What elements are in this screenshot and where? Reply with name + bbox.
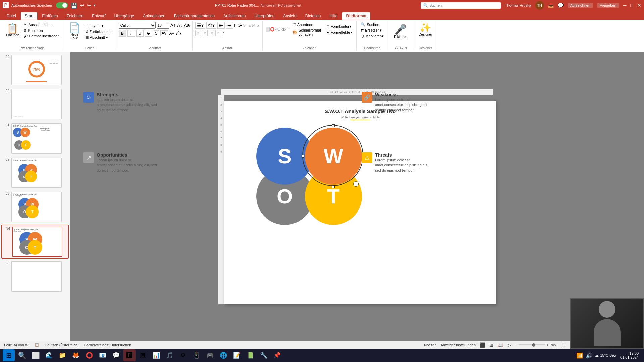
font-size-input[interactable] xyxy=(157,22,169,29)
taskbar-app5[interactable]: 📱 xyxy=(191,349,203,361)
diktieren-button[interactable]: 🎤 Diktieren xyxy=(392,23,409,40)
tab-start[interactable]: Start xyxy=(21,12,37,20)
notes-button[interactable]: Notizen xyxy=(424,343,436,347)
columns-button[interactable]: ⫿ xyxy=(234,23,236,28)
maximize-button[interactable]: □ xyxy=(631,3,633,8)
shadow-button[interactable]: S xyxy=(154,30,159,36)
record-button[interactable]: Aufzeichnen xyxy=(568,3,593,8)
taskbar-app2[interactable]: 📊 xyxy=(150,349,162,361)
slide-canvas[interactable]: S.W.O.T Analysis Sample Two Write here y… xyxy=(224,101,496,304)
clear-format-icon[interactable]: Aa xyxy=(184,23,190,28)
font-size-increase-icon[interactable]: A↑ xyxy=(170,23,176,28)
underline-button[interactable]: U xyxy=(136,30,144,37)
canvas-area[interactable]: -16 -14 -12 -10 -8 -6 -4 -2 | 2 4 6 8 10… xyxy=(70,52,644,341)
taskbar-edge[interactable]: 🌊 xyxy=(43,349,55,361)
char-spacing-button[interactable]: AV xyxy=(160,30,168,36)
taskbar-firefox[interactable]: 🦊 xyxy=(70,349,82,361)
view-settings-button[interactable]: Anzeigeeinstellungen xyxy=(441,343,476,347)
highlight-color-button[interactable]: 🖍▾ xyxy=(175,31,181,36)
swot-circle-w[interactable]: W ✛ xyxy=(305,128,362,185)
suchen-button[interactable]: 🔍Suchen xyxy=(359,22,385,27)
einfuegen-button[interactable]: 📋 Einfügen xyxy=(4,23,21,38)
font-color-button[interactable]: A▾ xyxy=(169,31,174,36)
taskbar-chrome[interactable]: ⭕ xyxy=(83,349,95,361)
italic-button[interactable]: I xyxy=(127,30,135,37)
zuruecksetzen-button[interactable]: ↺ Zurücksetzen xyxy=(84,29,113,34)
neue-folie-button[interactable]: 📄 NeueFolie xyxy=(67,22,83,41)
taskbar-app10[interactable]: 📌 xyxy=(271,349,283,361)
formeffekte-button[interactable]: ✦Formeffekte▾ xyxy=(325,30,354,35)
sel-handle-top[interactable] xyxy=(332,124,335,127)
formkontur-button[interactable]: ◻Formkontur▾ xyxy=(325,24,354,29)
tab-aufzeichnen[interactable]: Aufzeichnen xyxy=(219,12,250,20)
taskbar-taskview[interactable]: ⬜ xyxy=(30,349,42,361)
layout-button[interactable]: ⊞ Layout ▾ xyxy=(84,23,113,28)
tab-bildschirmpraesentation[interactable]: Bildschirmpräsentation xyxy=(170,12,219,20)
taskbar-app9[interactable]: 🔧 xyxy=(258,349,270,361)
undo-icon[interactable]: ↩ xyxy=(80,3,84,8)
redo-icon[interactable]: ↪ xyxy=(87,3,91,8)
anordnen-button[interactable]: ⬚Anordnen xyxy=(291,22,324,27)
tab-bildformat[interactable]: Bildformat xyxy=(342,12,370,20)
zoom-slider[interactable] xyxy=(519,344,545,345)
user-avatar[interactable]: TH xyxy=(535,1,544,10)
start-button[interactable]: ⊞ xyxy=(3,349,15,361)
taskbar-app7[interactable]: 🌐 xyxy=(217,349,229,361)
taskbar-photos[interactable]: 🖼 xyxy=(137,349,149,361)
freigeben-button[interactable]: Freigeben xyxy=(597,3,619,8)
slide-item-34[interactable]: 34 S.W.O.T Analysis Sample Two Strenghts… xyxy=(1,225,69,259)
font-size-decrease-icon[interactable]: A↓ xyxy=(177,23,182,28)
slide-item-30[interactable]: 30 Folie Name xyxy=(1,88,69,121)
decrease-indent-button[interactable]: ⇤ xyxy=(217,22,225,29)
bold-button[interactable]: B xyxy=(119,30,126,37)
reading-view-button[interactable]: 📖 xyxy=(497,342,503,348)
minimize-button[interactable]: ─ xyxy=(623,3,627,8)
save-icon[interactable]: 💾 xyxy=(71,2,77,9)
taskbar-app6[interactable]: 🎮 xyxy=(204,349,216,361)
tab-ansicht[interactable]: Ansicht xyxy=(279,12,300,20)
close-button[interactable]: ✕ xyxy=(637,3,641,8)
numbering-button[interactable]: ①▾ xyxy=(206,22,216,29)
slide-item-35[interactable]: 35 xyxy=(1,260,69,293)
taskbar-excel[interactable]: 📗 xyxy=(244,349,256,361)
ersetzen-button[interactable]: ⇄Ersetzen▾ xyxy=(359,28,385,33)
search-bar[interactable]: 🔍 xyxy=(421,2,501,9)
taskbar-outlook[interactable]: 📧 xyxy=(97,349,109,361)
designer-button[interactable]: ✨ Designer xyxy=(417,22,434,37)
tab-uebergaenge[interactable]: Übergänge xyxy=(110,12,138,20)
taskbar-app8[interactable]: 📝 xyxy=(231,349,243,361)
comment-icon[interactable]: 💬 xyxy=(558,3,564,8)
quick-access-icon[interactable]: ▾ xyxy=(94,3,96,8)
bullets-button[interactable]: ☰▾ xyxy=(195,22,205,29)
text-direction-button[interactable]: ↕A xyxy=(237,23,242,28)
increase-indent-button[interactable]: ⇥ xyxy=(226,22,233,29)
kopieren-button[interactable]: ⧉ Kopieren xyxy=(22,28,61,33)
autosave-toggle[interactable] xyxy=(56,2,68,8)
tab-animationen[interactable]: Animationen xyxy=(139,12,169,20)
sel-handle-left[interactable] xyxy=(302,155,304,158)
slide-item-33[interactable]: 33 S.W.O.T Analysis Sample Two ✗ Strengh… xyxy=(1,190,69,223)
move-cursor[interactable]: ✛ xyxy=(353,181,359,187)
tab-datei[interactable]: Datei xyxy=(3,12,20,20)
align-right-button[interactable]: ≡ xyxy=(209,30,214,36)
slide-item-32[interactable]: 32 S.W.O.T Analysis Sample Two S W O T xyxy=(1,156,69,189)
sel-handle-bottom[interactable] xyxy=(332,185,335,188)
markieren-button[interactable]: ⬡Markieren▾ xyxy=(359,34,385,39)
font-family-select[interactable]: Calibri xyxy=(119,22,156,29)
tab-einfuegen[interactable]: Einfügen xyxy=(38,12,62,20)
taskbar-app4[interactable]: ⚙ xyxy=(177,349,189,361)
ausschneiden-button[interactable]: ✂ Ausschneiden xyxy=(22,22,61,27)
sel-handle-right[interactable] xyxy=(363,155,365,158)
strikethrough-button[interactable]: S xyxy=(145,30,152,37)
schnellformat-button[interactable]: 🎨Schnellformat-vorlagen xyxy=(291,28,324,37)
fit-to-window-button[interactable]: ⛶ xyxy=(561,342,566,348)
search-input[interactable] xyxy=(429,3,490,7)
share-icon[interactable]: 📤 xyxy=(548,3,554,8)
taskbar-app3[interactable]: 🎵 xyxy=(164,349,176,361)
slide-sorter-button[interactable]: ⊞ xyxy=(489,342,493,348)
format-uebertragen-button[interactable]: 🖌 Format übertragen xyxy=(22,34,61,38)
normal-view-button[interactable]: ⬛ xyxy=(480,342,485,348)
tab-entwurf[interactable]: Entwurf xyxy=(88,12,110,20)
slide-item-31[interactable]: 31 S.W.O.T Analysis Sample Two S W O T S… xyxy=(1,122,69,155)
tab-hilfe[interactable]: Hilfe xyxy=(325,12,341,20)
